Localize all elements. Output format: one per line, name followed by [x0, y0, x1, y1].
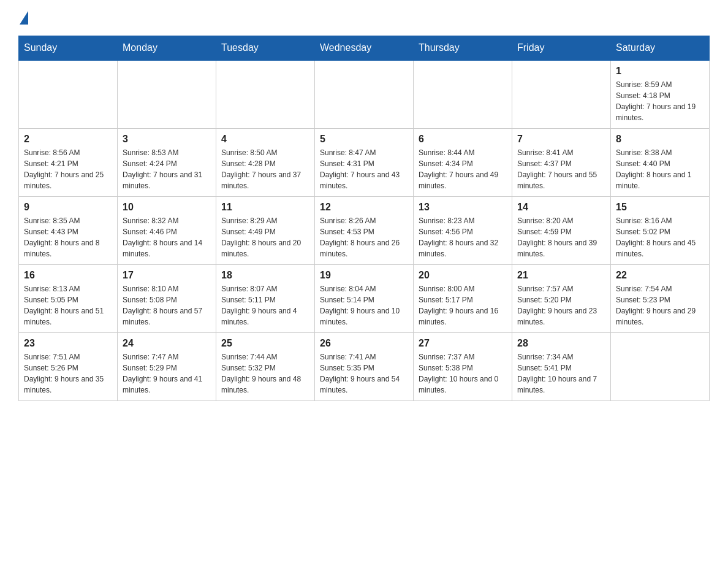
day-info: Sunrise: 7:37 AMSunset: 5:38 PMDaylight:…	[419, 351, 507, 396]
day-info: Sunrise: 8:41 AMSunset: 4:37 PMDaylight:…	[517, 147, 605, 191]
day-info: Sunrise: 7:57 AMSunset: 5:20 PMDaylight:…	[517, 283, 605, 327]
day-number: 5	[320, 134, 408, 145]
calendar-cell: 25Sunrise: 7:44 AMSunset: 5:32 PMDayligh…	[216, 333, 315, 401]
day-info: Sunrise: 8:13 AMSunset: 5:05 PMDaylight:…	[24, 283, 112, 327]
calendar-cell: 8Sunrise: 8:38 AMSunset: 4:40 PMDaylight…	[611, 129, 710, 197]
calendar-cell	[512, 60, 611, 129]
day-number: 24	[123, 338, 211, 349]
calendar-cell: 5Sunrise: 8:47 AMSunset: 4:31 PMDaylight…	[315, 129, 414, 197]
header-monday: Monday	[118, 36, 216, 61]
day-info: Sunrise: 8:53 AMSunset: 4:24 PMDaylight:…	[123, 147, 211, 191]
logo-flag-icon	[20, 11, 28, 25]
calendar-cell: 6Sunrise: 8:44 AMSunset: 4:34 PMDaylight…	[414, 129, 512, 197]
day-info: Sunrise: 8:50 AMSunset: 4:28 PMDaylight:…	[221, 147, 309, 191]
page-header	[18, 12, 710, 26]
calendar-cell	[414, 60, 512, 129]
day-number: 27	[419, 338, 507, 349]
calendar-cell: 22Sunrise: 7:54 AMSunset: 5:23 PMDayligh…	[611, 265, 710, 333]
day-number: 16	[24, 270, 112, 281]
calendar-week-row: 23Sunrise: 7:51 AMSunset: 5:26 PMDayligh…	[19, 333, 710, 401]
day-number: 28	[517, 338, 605, 349]
calendar-cell: 18Sunrise: 8:07 AMSunset: 5:11 PMDayligh…	[216, 265, 315, 333]
day-info: Sunrise: 8:47 AMSunset: 4:31 PMDaylight:…	[320, 147, 408, 191]
logo	[18, 12, 29, 26]
calendar-week-row: 1Sunrise: 8:59 AMSunset: 4:18 PMDaylight…	[19, 60, 710, 129]
day-number: 3	[123, 134, 211, 145]
day-number: 15	[616, 202, 704, 213]
calendar-cell: 4Sunrise: 8:50 AMSunset: 4:28 PMDaylight…	[216, 129, 315, 197]
day-number: 21	[517, 270, 605, 281]
day-number: 6	[419, 134, 507, 145]
day-number: 22	[616, 270, 704, 281]
day-info: Sunrise: 8:04 AMSunset: 5:14 PMDaylight:…	[320, 283, 408, 327]
calendar-table: Sunday Monday Tuesday Wednesday Thursday…	[18, 36, 710, 401]
day-info: Sunrise: 8:00 AMSunset: 5:17 PMDaylight:…	[419, 283, 507, 327]
day-info: Sunrise: 8:38 AMSunset: 4:40 PMDaylight:…	[616, 147, 704, 191]
day-info: Sunrise: 8:29 AMSunset: 4:49 PMDaylight:…	[221, 215, 309, 259]
day-number: 9	[24, 202, 112, 213]
calendar-cell: 3Sunrise: 8:53 AMSunset: 4:24 PMDaylight…	[118, 129, 216, 197]
day-info: Sunrise: 7:34 AMSunset: 5:41 PMDaylight:…	[517, 351, 605, 396]
day-number: 7	[517, 134, 605, 145]
header-sunday: Sunday	[19, 36, 118, 61]
day-number: 1	[616, 66, 704, 77]
day-number: 17	[123, 270, 211, 281]
day-info: Sunrise: 7:51 AMSunset: 5:26 PMDaylight:…	[24, 351, 112, 396]
header-friday: Friday	[512, 36, 611, 61]
calendar-cell: 9Sunrise: 8:35 AMSunset: 4:43 PMDaylight…	[19, 197, 118, 265]
calendar-cell: 15Sunrise: 8:16 AMSunset: 5:02 PMDayligh…	[611, 197, 710, 265]
day-number: 19	[320, 270, 408, 281]
calendar-cell	[118, 60, 216, 129]
header-thursday: Thursday	[414, 36, 512, 61]
day-info: Sunrise: 8:44 AMSunset: 4:34 PMDaylight:…	[419, 147, 507, 191]
day-info: Sunrise: 7:44 AMSunset: 5:32 PMDaylight:…	[221, 351, 309, 396]
calendar-cell	[611, 333, 710, 401]
day-info: Sunrise: 8:23 AMSunset: 4:56 PMDaylight:…	[419, 215, 507, 259]
day-info: Sunrise: 8:20 AMSunset: 4:59 PMDaylight:…	[517, 215, 605, 259]
day-info: Sunrise: 7:54 AMSunset: 5:23 PMDaylight:…	[616, 283, 704, 327]
calendar-cell: 10Sunrise: 8:32 AMSunset: 4:46 PMDayligh…	[118, 197, 216, 265]
calendar-cell: 21Sunrise: 7:57 AMSunset: 5:20 PMDayligh…	[512, 265, 611, 333]
calendar-cell	[19, 60, 118, 129]
day-number: 23	[24, 338, 112, 349]
calendar-cell: 11Sunrise: 8:29 AMSunset: 4:49 PMDayligh…	[216, 197, 315, 265]
calendar-cell: 2Sunrise: 8:56 AMSunset: 4:21 PMDaylight…	[19, 129, 118, 197]
calendar-cell: 19Sunrise: 8:04 AMSunset: 5:14 PMDayligh…	[315, 265, 414, 333]
day-info: Sunrise: 8:26 AMSunset: 4:53 PMDaylight:…	[320, 215, 408, 259]
day-number: 20	[419, 270, 507, 281]
calendar-cell: 24Sunrise: 7:47 AMSunset: 5:29 PMDayligh…	[118, 333, 216, 401]
calendar-cell: 26Sunrise: 7:41 AMSunset: 5:35 PMDayligh…	[315, 333, 414, 401]
day-number: 4	[221, 134, 309, 145]
day-number: 12	[320, 202, 408, 213]
day-number: 18	[221, 270, 309, 281]
day-info: Sunrise: 7:41 AMSunset: 5:35 PMDaylight:…	[320, 351, 408, 396]
day-info: Sunrise: 8:56 AMSunset: 4:21 PMDaylight:…	[24, 147, 112, 191]
day-number: 10	[123, 202, 211, 213]
day-number: 26	[320, 338, 408, 349]
calendar-cell: 20Sunrise: 8:00 AMSunset: 5:17 PMDayligh…	[414, 265, 512, 333]
day-info: Sunrise: 8:32 AMSunset: 4:46 PMDaylight:…	[123, 215, 211, 259]
header-saturday: Saturday	[611, 36, 710, 61]
day-number: 2	[24, 134, 112, 145]
day-info: Sunrise: 7:47 AMSunset: 5:29 PMDaylight:…	[123, 351, 211, 396]
calendar-cell: 14Sunrise: 8:20 AMSunset: 4:59 PMDayligh…	[512, 197, 611, 265]
header-wednesday: Wednesday	[315, 36, 414, 61]
calendar-cell: 23Sunrise: 7:51 AMSunset: 5:26 PMDayligh…	[19, 333, 118, 401]
header-tuesday: Tuesday	[216, 36, 315, 61]
calendar-cell	[216, 60, 315, 129]
day-number: 8	[616, 134, 704, 145]
day-number: 13	[419, 202, 507, 213]
calendar-cell: 7Sunrise: 8:41 AMSunset: 4:37 PMDaylight…	[512, 129, 611, 197]
day-info: Sunrise: 8:35 AMSunset: 4:43 PMDaylight:…	[24, 215, 112, 259]
calendar-cell	[315, 60, 414, 129]
calendar-cell: 12Sunrise: 8:26 AMSunset: 4:53 PMDayligh…	[315, 197, 414, 265]
calendar-cell: 16Sunrise: 8:13 AMSunset: 5:05 PMDayligh…	[19, 265, 118, 333]
day-number: 14	[517, 202, 605, 213]
day-number: 25	[221, 338, 309, 349]
day-number: 11	[221, 202, 309, 213]
weekday-header-row: Sunday Monday Tuesday Wednesday Thursday…	[19, 36, 710, 61]
day-info: Sunrise: 8:16 AMSunset: 5:02 PMDaylight:…	[616, 215, 704, 259]
calendar-week-row: 2Sunrise: 8:56 AMSunset: 4:21 PMDaylight…	[19, 129, 710, 197]
calendar-week-row: 9Sunrise: 8:35 AMSunset: 4:43 PMDaylight…	[19, 197, 710, 265]
day-info: Sunrise: 8:10 AMSunset: 5:08 PMDaylight:…	[123, 283, 211, 327]
